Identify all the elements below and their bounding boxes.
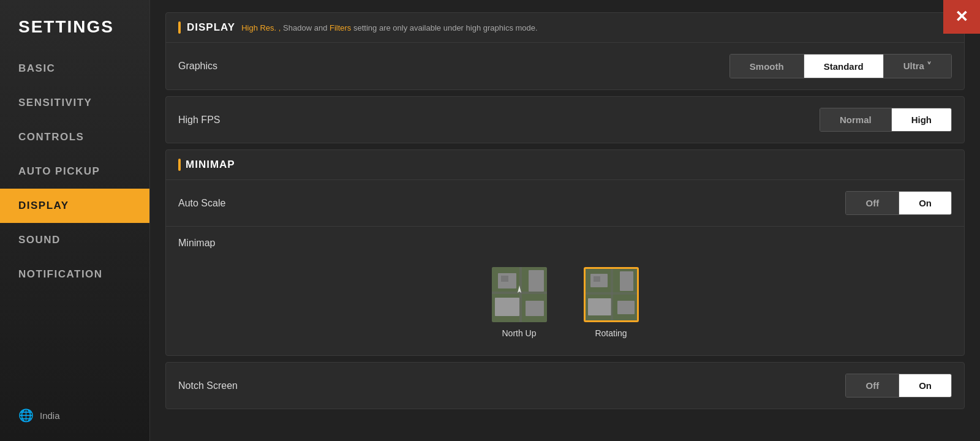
section-bar — [178, 21, 181, 34]
sidebar-item-sensitivity[interactable]: SENSITIVITY — [0, 86, 149, 120]
high-fps-label: High FPS — [178, 115, 220, 126]
minimap-north-up-label: North Up — [502, 328, 536, 338]
notch-off-btn[interactable]: Off — [846, 374, 899, 397]
minimap-header: MINIMAP — [166, 150, 964, 180]
sidebar-item-auto-pickup[interactable]: AUTO PICKUP — [0, 154, 149, 189]
svg-rect-14 — [617, 301, 635, 314]
minimap-rotating-thumb — [584, 267, 639, 322]
graphics-standard-btn[interactable]: Standard — [804, 55, 884, 78]
notch-on-btn[interactable]: On — [899, 374, 951, 397]
graphics-ultra-btn[interactable]: Ultra ˅ — [884, 55, 951, 78]
notch-screen-label: Notch Screen — [178, 380, 238, 391]
svg-rect-13 — [620, 271, 633, 291]
sidebar: SETTINGS BASIC SENSITIVITY CONTROLS AUTO… — [0, 0, 150, 441]
graphics-row: Graphics Smooth Standard Ultra ˅ — [166, 43, 964, 89]
subtitle-end: setting are only available under high gr… — [353, 23, 538, 32]
display-graphics-card: DISPLAY High Res. , Shadow and Filters s… — [165, 12, 965, 90]
auto-scale-off-btn[interactable]: Off — [846, 192, 899, 214]
notch-screen-btn-group: Off On — [845, 374, 952, 398]
svg-rect-7 — [519, 267, 522, 322]
svg-rect-2 — [501, 276, 508, 282]
high-fps-btn-group: Normal High — [820, 108, 952, 132]
svg-rect-11 — [594, 276, 600, 282]
display-header: DISPLAY High Res. , Shadow and Filters s… — [166, 13, 964, 43]
settings-title: SETTINGS — [0, 6, 149, 51]
svg-rect-3 — [495, 298, 519, 316]
region-label: India — [40, 410, 60, 421]
minimap-rotating-label: Rotating — [595, 328, 627, 338]
sidebar-item-sound[interactable]: SOUND — [0, 223, 149, 257]
sidebar-item-basic[interactable]: BASIC — [0, 51, 149, 86]
svg-rect-5 — [526, 301, 544, 316]
high-fps-card: High FPS Normal High — [165, 96, 965, 143]
minimap-north-up-option[interactable]: North Up — [492, 267, 547, 338]
subtitle-high-res: High Res. , — [241, 23, 281, 32]
notch-screen-row: Notch Screen Off On — [166, 363, 964, 409]
high-fps-row: High FPS Normal High — [166, 97, 964, 143]
auto-scale-label: Auto Scale — [178, 198, 225, 209]
close-button[interactable]: ✕ — [943, 0, 980, 34]
svg-rect-16 — [611, 269, 613, 320]
globe-icon: 🌐 — [18, 408, 34, 423]
subtitle-shadow: Shadow — [283, 23, 312, 32]
minimap-north-up-thumb — [492, 267, 547, 322]
svg-rect-4 — [529, 270, 544, 292]
minimap-label: Minimap — [178, 238, 215, 249]
auto-scale-btn-group: Off On — [845, 191, 952, 215]
minimap-title: MINIMAP — [186, 159, 235, 171]
subtitle-and: and — [314, 23, 330, 32]
sidebar-item-display[interactable]: DISPLAY — [0, 189, 149, 223]
minimap-row: Minimap — [166, 227, 964, 355]
minimap-options: North Up — [178, 255, 952, 344]
minimap-rotating-option[interactable]: Rotating — [584, 267, 639, 338]
minimap-bar — [178, 159, 181, 171]
subtitle-filters: Filters — [330, 23, 351, 32]
graphics-btn-group: Smooth Standard Ultra ˅ — [729, 54, 952, 78]
minimap-card: MINIMAP Auto Scale Off On Minimap — [165, 149, 965, 356]
graphics-label: Graphics — [178, 61, 217, 72]
main-content: ✕ DISPLAY High Res. , Shadow and Filters… — [150, 0, 980, 441]
sidebar-footer: 🌐 India — [0, 402, 149, 429]
auto-scale-row: Auto Scale Off On — [166, 180, 964, 227]
sidebar-item-notification[interactable]: NOTIFICATION — [0, 257, 149, 292]
display-subtitle: High Res. , Shadow and Filters setting a… — [241, 23, 538, 32]
display-title: DISPLAY — [187, 21, 235, 34]
svg-rect-12 — [588, 298, 611, 315]
fps-normal-btn[interactable]: Normal — [820, 108, 892, 131]
sidebar-item-controls[interactable]: CONTROLS — [0, 120, 149, 154]
auto-scale-on-btn[interactable]: On — [899, 192, 951, 214]
fps-high-btn[interactable]: High — [892, 108, 951, 131]
graphics-smooth-btn[interactable]: Smooth — [730, 55, 804, 78]
close-icon: ✕ — [955, 7, 968, 26]
notch-screen-card: Notch Screen Off On — [165, 362, 965, 409]
